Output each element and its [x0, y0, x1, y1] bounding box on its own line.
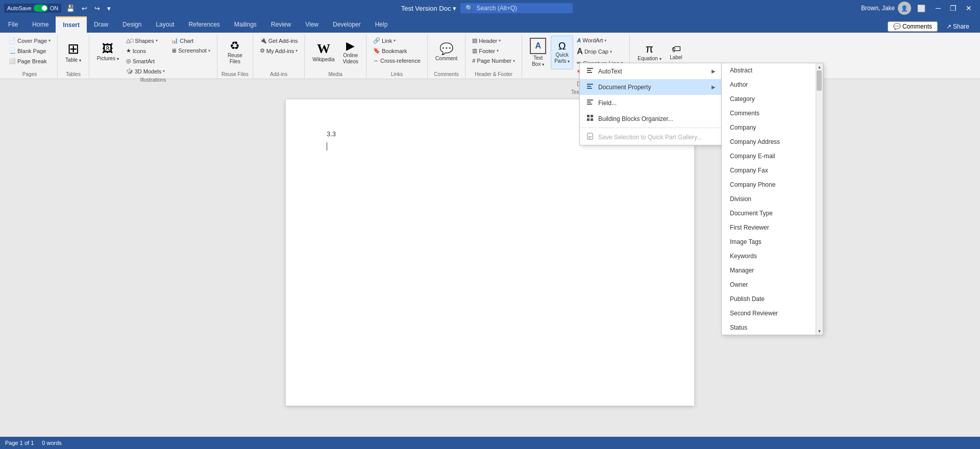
tab-design[interactable]: Design	[115, 16, 149, 33]
tab-file[interactable]: File	[1, 16, 25, 33]
submenu-abstract[interactable]: Abstract	[722, 63, 823, 78]
tab-home[interactable]: Home	[25, 16, 56, 33]
cover-page-arrow: ▾	[48, 38, 51, 43]
ribbon-tabs: File Home Insert Draw Design Layout Refe…	[0, 16, 980, 33]
wordart-button[interactable]: A WordArt ▾	[574, 36, 625, 45]
share-button[interactable]: ↗ Share	[941, 21, 975, 32]
link-button[interactable]: 🔗 Link ▾	[371, 36, 423, 45]
tab-layout[interactable]: Layout	[149, 16, 181, 33]
shapes-button[interactable]: △□ Shapes ▾	[124, 36, 168, 45]
doc-page[interactable]: 3.3	[286, 99, 694, 406]
autosave-button[interactable]: AutoSave ON	[4, 4, 61, 13]
footer-button[interactable]: ▥ Footer ▾	[470, 46, 518, 56]
submenu-category[interactable]: Category	[722, 92, 823, 106]
minimize-button[interactable]: ─	[932, 3, 945, 13]
submenu-manager[interactable]: Manager	[722, 263, 823, 278]
cross-reference-button[interactable]: ↔ Cross-reference	[371, 56, 423, 65]
tab-help[interactable]: Help	[368, 16, 395, 33]
quick-parts-button[interactable]: Ω QuickParts ▾	[551, 36, 573, 69]
field-menuitem[interactable]: Field...	[580, 95, 722, 111]
header-footer-label: Header & Footer	[475, 71, 512, 79]
undo-button[interactable]: ↩	[80, 5, 89, 12]
submenu-company-fax[interactable]: Company Fax	[722, 163, 823, 178]
doc-title-button[interactable]: Test Version Doc ▾	[401, 5, 457, 12]
tab-mailings[interactable]: Mailings	[227, 16, 264, 33]
document-property-menuitem[interactable]: Document Property ▶	[580, 79, 722, 95]
page-break-icon: ⬜	[9, 58, 16, 64]
smartart-button[interactable]: ◎ SmartArt	[124, 56, 168, 66]
comment-ribbon-button[interactable]: 💬 Comment	[432, 36, 461, 69]
svg-rect-8	[587, 104, 592, 105]
ribbon-collapse-button[interactable]: ⬜	[915, 5, 927, 12]
submenu-first-reviewer[interactable]: First Reviewer	[722, 220, 823, 235]
tab-review[interactable]: Review	[264, 16, 298, 33]
submenu-keywords[interactable]: Keywords	[722, 249, 823, 263]
online-videos-button[interactable]: ▶ OnlineVideos	[339, 36, 362, 69]
bookmark-button[interactable]: 🔖 Bookmark	[371, 46, 423, 56]
close-button[interactable]: ✕	[962, 3, 976, 13]
text-box-button[interactable]: A TextBox ▾	[526, 36, 550, 69]
page-break-button[interactable]: ⬜ Page Break	[6, 56, 53, 66]
search-box[interactable]: 🔍 Search (Alt+Q)	[460, 3, 573, 13]
reuse-files-button[interactable]: ♻ ReuseFiles	[224, 36, 246, 69]
comments-button[interactable]: 💬 Comments	[888, 21, 938, 32]
pictures-icon: 🖼	[102, 43, 113, 55]
page-number-arrow: ▾	[513, 59, 515, 63]
label-icon: 🏷	[672, 44, 681, 54]
submenu-document-type[interactable]: Document Type	[722, 206, 823, 220]
user-name: Brown, Jake	[861, 5, 895, 12]
submenu-author[interactable]: Author	[722, 78, 823, 92]
save-button[interactable]: 💾	[64, 5, 77, 12]
icons-button[interactable]: ★ Icons	[124, 46, 168, 56]
submenu-company-email[interactable]: Company E-mail	[722, 149, 823, 163]
blank-page-icon: 📃	[9, 47, 16, 54]
restore-button[interactable]: ❐	[946, 3, 961, 13]
tab-view[interactable]: View	[298, 16, 326, 33]
redo-button[interactable]: ↪	[92, 5, 102, 12]
table-button[interactable]: ⊞ Table ▾	[62, 36, 85, 69]
footer-arrow: ▾	[497, 48, 499, 53]
links-items: 🔗 Link ▾ 🔖 Bookmark ↔ Cross-reference	[371, 35, 423, 71]
wikipedia-button[interactable]: W Wikipedia	[309, 36, 338, 69]
scrollbar-up-arrow[interactable]: ▲	[816, 63, 823, 70]
3d-models-button[interactable]: 🎲 3D Models ▾	[124, 66, 168, 76]
submenu-image-tags[interactable]: Image Tags	[722, 235, 823, 249]
submenu-comments[interactable]: Comments	[722, 106, 823, 120]
autotext-menuitem[interactable]: AutoText ▶	[580, 63, 722, 79]
chart-button[interactable]: 📊 Chart	[168, 36, 213, 45]
tab-references[interactable]: References	[181, 16, 227, 33]
tab-developer[interactable]: Developer	[326, 16, 368, 33]
customize-qat-button[interactable]: ▾	[105, 5, 113, 12]
blank-page-button[interactable]: 📃 Blank Page	[6, 46, 53, 56]
add-ins-label: Add-ins	[270, 71, 287, 79]
svg-rect-1	[587, 70, 591, 71]
screenshot-button[interactable]: 🖥 Screenshot ▾	[168, 46, 213, 55]
building-blocks-menuitem[interactable]: Building Blocks Organizer...	[580, 111, 722, 127]
submenu-publish-date[interactable]: Publish Date	[722, 292, 823, 306]
first-reviewer-label: First Reviewer	[730, 224, 769, 231]
user-info[interactable]: Brown, Jake 👤	[861, 2, 911, 15]
submenu-company-address[interactable]: Company Address	[722, 135, 823, 149]
scrollbar-thumb[interactable]	[817, 70, 822, 91]
pictures-button[interactable]: 🖼 Pictures ▾	[93, 36, 122, 69]
dropcap-button[interactable]: A Drop Cap ▾	[574, 45, 625, 58]
get-add-ins-button[interactable]: 🔌 Get Add-ins	[257, 36, 300, 45]
submenu-scrollbar[interactable]: ▲ ▼	[816, 63, 823, 335]
header-button[interactable]: ▤ Header ▾	[470, 36, 518, 45]
submenu-company[interactable]: Company	[722, 120, 823, 135]
smartart-icon: ◎	[126, 58, 131, 64]
category-label: Category	[730, 95, 755, 103]
tab-insert[interactable]: Insert	[56, 16, 87, 33]
cover-page-button[interactable]: 📄 Cover Page ▾	[6, 36, 53, 45]
reuse-files-label: ReuseFiles	[228, 53, 242, 65]
submenu-company-phone[interactable]: Company Phone	[722, 178, 823, 192]
tab-draw[interactable]: Draw	[87, 16, 115, 33]
submenu-second-reviewer[interactable]: Second Reviewer	[722, 306, 823, 320]
submenu-division[interactable]: Division	[722, 192, 823, 206]
submenu-status[interactable]: Status	[722, 320, 823, 335]
page-number-button[interactable]: # Page Number ▾	[470, 56, 518, 65]
my-add-ins-button[interactable]: ⚙ My Add-ins ▾	[257, 46, 300, 56]
scrollbar-down-arrow[interactable]: ▼	[816, 328, 823, 335]
submenu-owner[interactable]: Owner	[722, 278, 823, 292]
scrollbar-track	[816, 70, 823, 328]
